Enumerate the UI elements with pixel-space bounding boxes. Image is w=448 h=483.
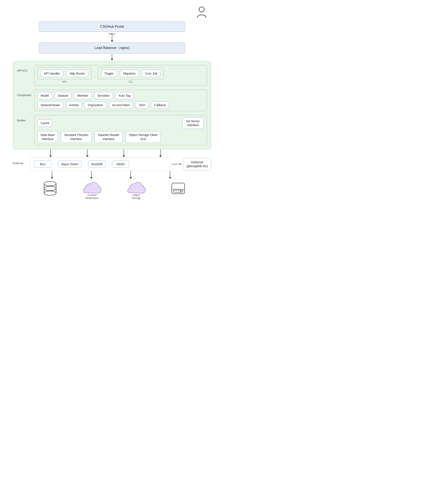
bottom-icons-row: ContentModeration ObjectStorage xyxy=(13,180,211,200)
external-row: External Bun Aliyun Green DuckDB xyxy=(13,157,211,171)
sensitive-box: Sensitive xyxy=(94,92,113,99)
api-cli-group: API Handler Http Router API xyxy=(34,65,207,86)
external-and-gitserver: Bun Aliyun Green DuckDB MinIO xyxy=(30,157,211,171)
cli-dashed: Trigger Migration Cron Job xyxy=(98,67,164,79)
lfs-arrow: lfs xyxy=(172,163,181,166)
bun-box: Bun xyxy=(34,160,51,168)
dataset-box: Dataset xyxy=(55,92,71,99)
cli-group: Trigger Migration Cron Job CLI xyxy=(98,67,164,83)
external-label: External xyxy=(13,157,30,165)
duckdb-down-arrow xyxy=(129,171,132,179)
external-section: Bun Aliyun Green DuckDB MinIO xyxy=(30,157,170,171)
http-router-box: Http Router xyxy=(66,70,88,77)
https-arrow: https xyxy=(109,32,115,42)
object-storage-arrow xyxy=(159,149,162,157)
component-content: Model Dataset Member Sensitive Auto Tag … xyxy=(34,90,207,111)
orgnization-box: Orgnization xyxy=(84,101,106,109)
lfs-label: lfs xyxy=(179,163,181,166)
http-router-label: Http Router xyxy=(69,72,85,75)
component-dashed: Model Dataset Member Sensitive Auto Tag … xyxy=(34,90,207,111)
builder-dashed: Cache Git ServerInterface Data BaseInter… xyxy=(34,115,207,145)
object-storage-client-box: Object Storage Client(S3) xyxy=(126,131,161,143)
green-to-external-arrows xyxy=(13,149,211,157)
component-row1: Model Dataset Member Sensitive Auto Tag xyxy=(37,92,204,99)
component-label: Component xyxy=(17,90,34,97)
load-balancer-label: Load Balancer（nginx) xyxy=(95,46,130,50)
dataset-reader-arrow xyxy=(122,149,125,157)
migration-label: Migration xyxy=(123,72,136,75)
api-sublabel: API xyxy=(62,80,66,83)
activity-box: Activity xyxy=(66,101,82,109)
api-group: API Handler Http Router API xyxy=(37,67,91,83)
svg-point-2 xyxy=(44,186,56,190)
builder-top-row: Cache Git ServerInterface xyxy=(37,117,204,129)
s3-area xyxy=(129,171,132,179)
portal-box: CSGHub Portal xyxy=(39,22,185,32)
https-label: https xyxy=(109,32,115,35)
git-server-interface-box: Git ServerInterface xyxy=(182,117,204,129)
component-row: Component Model Dataset Member Sensitive… xyxy=(17,90,207,111)
builder-row: Builder Cache Git ServerInterface xyxy=(17,115,207,145)
hdd-icon xyxy=(170,180,187,197)
database-icon xyxy=(41,180,59,197)
diagram-container: CSGHub Portal https Load Balancer（nginx) xyxy=(0,0,224,208)
aliyun-green-box: Aliyun Green xyxy=(58,160,82,168)
database-icon-group xyxy=(41,180,59,197)
hdd-icon-group xyxy=(170,180,187,197)
access-token-box: AccessToken xyxy=(109,101,133,109)
trigger-label: Trigger xyxy=(104,72,114,75)
callback-box: Callback xyxy=(151,101,169,109)
svg-point-0 xyxy=(199,7,204,12)
api-cli-row: API+CLI API Handler Http Router xyxy=(17,65,207,86)
api-dashed: API Handler Http Router xyxy=(37,67,91,79)
builder-label: Builder xyxy=(17,115,34,122)
sensitive-arrow xyxy=(86,149,88,157)
minio-box: MinIO xyxy=(112,160,129,168)
ssh-box: SSH xyxy=(136,101,148,109)
git-server-box: GitServer(gitea/gitlab etc) xyxy=(183,158,211,170)
auto-tag-box: Auto Tag xyxy=(115,92,134,99)
component-row2: DatasetViewer Activity Orgnization Acces… xyxy=(37,101,204,109)
object-storage-label: ObjectStorage xyxy=(132,194,141,200)
db-arrow xyxy=(49,149,52,157)
lb-to-green-arrow xyxy=(111,54,113,61)
api-cli-label: API+CLI xyxy=(17,65,34,72)
db-interface-box: Data BaseInterface xyxy=(37,131,58,143)
member-box: Member xyxy=(74,92,91,99)
cache-box: Cache xyxy=(37,119,52,127)
external-to-icons-arrows xyxy=(13,171,211,179)
model-box: Model xyxy=(37,92,52,99)
content-moderation-group: ContentModeration xyxy=(81,180,103,200)
portal-label: CSGHub Portal xyxy=(100,25,124,29)
svg-rect-7 xyxy=(174,190,183,192)
api-handler-box: API Handler xyxy=(41,70,63,77)
builder-bottom-row: Data BaseInterface Sensitive CheckerInte… xyxy=(37,131,204,143)
cron-job-label: Cron Job xyxy=(145,72,157,75)
aliyun-down-arrow xyxy=(90,171,93,179)
object-storage-group: ObjectStorage xyxy=(126,180,147,200)
svg-point-8 xyxy=(180,190,181,192)
trigger-box: Trigger xyxy=(101,70,117,77)
builder-content: Cache Git ServerInterface Data BaseInter… xyxy=(34,115,207,145)
cli-sublabel: CLI xyxy=(129,80,133,83)
green-section: API+CLI API Handler Http Router xyxy=(13,61,211,149)
svg-point-3 xyxy=(44,191,56,195)
content-moderation-label: ContentModeration xyxy=(86,194,98,200)
minio-down-arrow xyxy=(169,171,171,179)
external-content: Bun Aliyun Green DuckDB MinIO xyxy=(30,157,211,171)
bun-down-arrow xyxy=(51,171,53,179)
api-cli-content: API Handler Http Router API xyxy=(34,65,207,86)
user-icon xyxy=(196,7,207,18)
dataset-reader-interface-box: DataSet ReaderInterface xyxy=(95,131,122,143)
svg-point-1 xyxy=(44,182,56,186)
lfs-line xyxy=(172,164,178,164)
load-balancer-box: Load Balancer（nginx) xyxy=(39,43,185,54)
api-handler-label: API Handler xyxy=(44,72,60,75)
duckdb-box: DuckDB xyxy=(88,160,105,168)
dataset-viewer-box: DatasetViewer xyxy=(37,101,64,109)
migration-box: Migration xyxy=(120,70,139,77)
sensitive-checker-interface-box: Sensitive CheckerInterface xyxy=(61,131,92,143)
cron-job-box: Cron Job xyxy=(142,70,160,77)
